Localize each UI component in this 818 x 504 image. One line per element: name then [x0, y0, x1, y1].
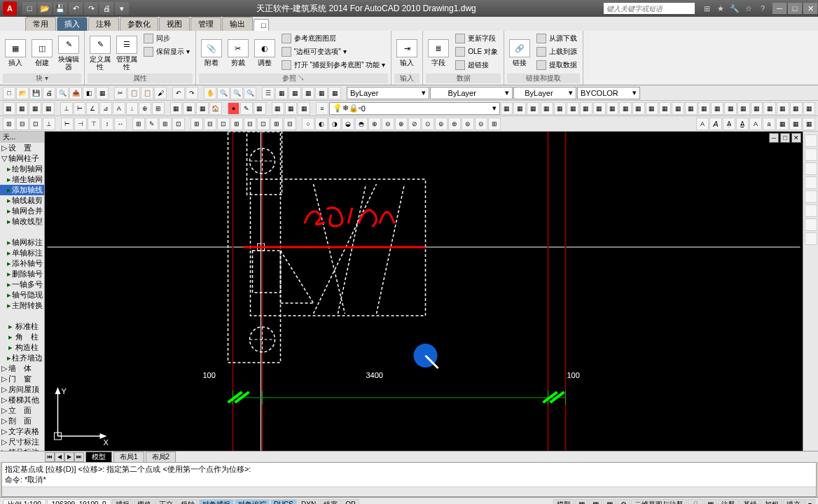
- tb2-14[interactable]: ▦: [183, 102, 195, 115]
- tb2-11[interactable]: ⊕: [139, 102, 151, 115]
- tab-view[interactable]: 视图: [159, 17, 190, 31]
- upload-source-button[interactable]: 上载到源: [534, 46, 580, 58]
- ltab-prev[interactable]: ◀: [55, 452, 64, 462]
- tree-item[interactable]: ▷剖 面: [0, 416, 44, 426]
- tb-sheet[interactable]: ▦: [96, 87, 109, 99]
- tb2-r16[interactable]: ▦: [737, 102, 750, 115]
- tb2-r9[interactable]: ▦: [646, 102, 658, 115]
- tb3-text9[interactable]: ▦: [803, 118, 815, 130]
- tb3-24[interactable]: ◑: [328, 118, 341, 130]
- tb2-r11[interactable]: ▦: [672, 102, 684, 115]
- sb-otrack[interactable]: 对象追踪: [235, 499, 270, 505]
- sb-ortho[interactable]: 正交: [155, 499, 176, 505]
- tb-undo[interactable]: ↶: [172, 87, 185, 99]
- tb2-r17[interactable]: ▦: [751, 102, 763, 115]
- rtb-1[interactable]: [805, 134, 817, 147]
- cmd-scrollbar[interactable]: [2, 486, 816, 496]
- tree-item[interactable]: ▸删除轴号: [0, 269, 44, 279]
- tb3-27[interactable]: ⊕: [368, 118, 381, 130]
- view-max[interactable]: □: [780, 133, 790, 143]
- create-block-button[interactable]: ◫创建: [29, 32, 55, 74]
- qat-open[interactable]: 📂: [38, 2, 52, 15]
- tb-dc[interactable]: ▦: [275, 87, 288, 99]
- tree-item[interactable]: ▸轴改线型: [0, 216, 44, 227]
- manage-attr-button[interactable]: ☰管理属性: [114, 32, 139, 74]
- tb2-1[interactable]: ▦: [3, 102, 15, 115]
- qat-print[interactable]: 🖨: [99, 2, 113, 15]
- tb3-11[interactable]: ✎: [146, 118, 158, 130]
- tb-match[interactable]: 🖌: [154, 87, 167, 99]
- tb3-10[interactable]: ⊞: [132, 118, 145, 130]
- tb-zoom[interactable]: 🔍: [217, 87, 230, 99]
- tree-item[interactable]: ▸绘制轴网: [0, 164, 44, 174]
- tb2-r13[interactable]: ▦: [698, 102, 711, 115]
- tb3-text8[interactable]: ▦: [789, 118, 802, 130]
- tree-item[interactable]: ▸主附转换: [0, 300, 44, 311]
- tb2-23[interactable]: ▦: [501, 102, 513, 115]
- tree-item[interactable]: ▽轴网柱子: [0, 153, 44, 164]
- tb3-2[interactable]: ⊟: [16, 118, 29, 130]
- tb3-1[interactable]: ⊞: [3, 118, 15, 130]
- sb-osnap[interactable]: 对象捕捉: [199, 499, 234, 505]
- sb-lwt[interactable]: 线宽: [320, 499, 341, 505]
- tb2-r19[interactable]: ▦: [777, 102, 789, 115]
- sync-button[interactable]: 同步: [141, 32, 193, 45]
- tree-item[interactable]: ▸轴号隐现: [0, 290, 44, 300]
- tb3-15[interactable]: ⊟: [204, 118, 216, 130]
- clip-button[interactable]: ✂剪裁: [226, 32, 251, 74]
- attach-button[interactable]: 📎附着: [199, 32, 224, 74]
- search-box[interactable]: [604, 3, 695, 14]
- command-line[interactable]: 指定基点或 [位移(D)] <位移>: 指定第二个点或 <使用第一个点作为位移>…: [1, 462, 817, 497]
- sb-ws[interactable]: 二维草图与注释: [631, 499, 687, 505]
- tb-print[interactable]: 🖨: [43, 87, 55, 99]
- tree-item[interactable]: ▸构造柱: [0, 342, 44, 353]
- tb-redo[interactable]: ↷: [186, 87, 198, 99]
- tb-markup[interactable]: ▦: [315, 87, 328, 99]
- tab-manage[interactable]: 管理: [190, 17, 221, 31]
- comm-icon[interactable]: ☆: [742, 3, 755, 14]
- bycolor-combo[interactable]: BYCOLOR▾: [577, 87, 640, 99]
- tb2-25[interactable]: ▦: [527, 102, 539, 115]
- tree-item[interactable]: ▸添补轴号: [0, 258, 44, 269]
- sb-polar[interactable]: 极轴: [177, 499, 198, 505]
- sb-base[interactable]: 基线: [740, 499, 761, 505]
- tb3-text4[interactable]: A̲: [736, 118, 749, 130]
- tb2-6[interactable]: ⊢: [74, 102, 86, 115]
- tb3-36[interactable]: ⊞: [488, 118, 501, 130]
- qat-more[interactable]: ▾: [115, 2, 129, 15]
- tb-tp[interactable]: ▦: [289, 87, 301, 99]
- tb3-text3[interactable]: Ạ: [723, 118, 735, 130]
- tb2-9[interactable]: A: [113, 102, 125, 115]
- define-attr-button[interactable]: ✎定义属性: [88, 32, 113, 74]
- tb3-30[interactable]: ⊘: [408, 118, 421, 130]
- tree-item[interactable]: ▸一轴多号: [0, 279, 44, 290]
- update-field-button[interactable]: 更新字段: [452, 32, 501, 45]
- tb2-15[interactable]: ▦: [196, 102, 209, 115]
- tb3-34[interactable]: ⊜: [462, 118, 474, 130]
- tb3-6[interactable]: ⊣: [74, 118, 87, 130]
- sb-grid[interactable]: 栅格: [134, 499, 155, 505]
- layout-2[interactable]: 布局2: [146, 451, 176, 463]
- sb-i7[interactable]: ▾: [805, 499, 815, 505]
- tb2-r6[interactable]: ▦: [606, 102, 619, 115]
- tb2-19[interactable]: ▦: [254, 102, 266, 115]
- tb3-17[interactable]: ⊞: [230, 118, 243, 130]
- tb-paste[interactable]: 📋: [141, 87, 153, 99]
- sb-anno[interactable]: 注释: [718, 499, 739, 505]
- tree-item[interactable]: ▷文字表格: [0, 426, 44, 437]
- infocenter-icon[interactable]: ⊞: [700, 3, 713, 14]
- tb3-18[interactable]: ⊟: [244, 118, 256, 130]
- maximize-button[interactable]: □: [788, 3, 802, 14]
- tb-zoom-prev[interactable]: 🔍: [230, 87, 243, 99]
- rtb-5[interactable]: [805, 190, 817, 203]
- tab-annotate[interactable]: 注释: [88, 17, 119, 31]
- link-button[interactable]: 🔗链接: [507, 32, 532, 74]
- tb3-text7[interactable]: ▦: [776, 118, 789, 130]
- linetype-combo[interactable]: ByLayer▾: [430, 87, 513, 99]
- tree-item[interactable]: ▸标准柱: [0, 321, 44, 332]
- tb2-13[interactable]: ▦: [170, 102, 183, 115]
- ole-object-button[interactable]: OLE 对象: [452, 46, 501, 58]
- tb2-r10[interactable]: ▦: [659, 102, 672, 115]
- tb3-33[interactable]: ⊛: [448, 118, 461, 130]
- tb-open[interactable]: 📂: [16, 87, 29, 99]
